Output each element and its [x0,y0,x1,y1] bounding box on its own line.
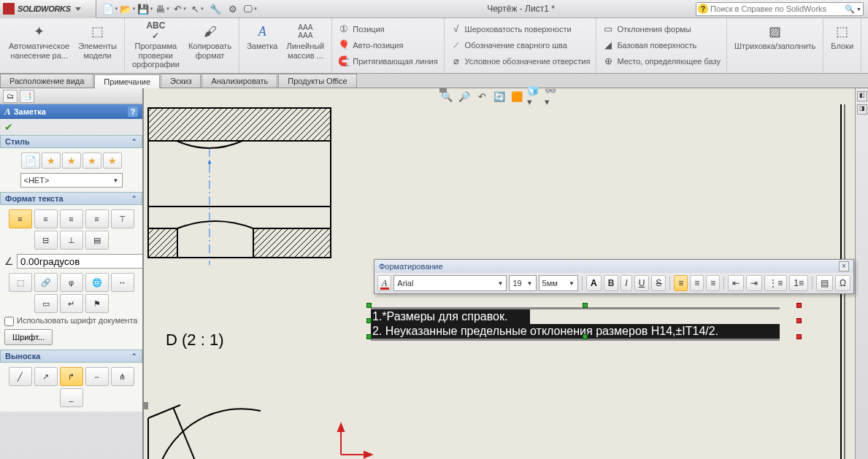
text-flag-button[interactable]: ⚑ [85,294,109,313]
font-button[interactable]: Шрифт... [4,329,53,345]
font-color-button[interactable]: A [377,275,391,291]
linear-pattern-button[interactable]: AAAAAAЛинейный массив ... [282,21,329,61]
text-fit-button[interactable]: ↔ [111,273,134,292]
text-wrap-button[interactable]: ↵ [60,294,83,313]
style-combo[interactable]: <НЕТ>▼ [20,173,123,188]
help-search[interactable]: ? 🔍 ▼ [696,2,864,16]
weld-symbol-button[interactable]: ⟋Обозначение сварного шва [448,37,594,53]
resize-handle[interactable] [583,303,588,308]
resize-handle[interactable] [366,334,372,339]
formatting-toolbar[interactable]: Форматирование× A Arial▼ 19▼ 5мм▼ A B I … [374,259,854,294]
spellcheck-button[interactable]: ABC✓Программа проверки орфографии [128,21,184,71]
datum-target-button[interactable]: ⊕Место, определяющее базу [599,53,723,69]
blocks-button[interactable]: ⬚Блоки [826,21,858,53]
align-right-button[interactable]: ≡ [60,209,83,228]
new-button[interactable]: 📄▼ [102,1,118,16]
print-button[interactable]: 🖶▼ [155,1,171,16]
style-apply-button[interactable]: 📄 [21,153,40,169]
resize-handle[interactable] [796,318,802,323]
indent-inc-button[interactable]: ⇥ [746,275,762,291]
underline-button[interactable]: U [634,275,650,291]
options-button[interactable]: ⚙ [225,1,241,16]
tab-sketch[interactable]: Эскиз [161,74,201,88]
auto-balloon-button[interactable]: 🎈Авто-позиция [335,37,440,53]
tab-office[interactable]: Продукты Office [278,74,356,88]
leader-bent-button[interactable]: ↱ [60,367,83,386]
insert-symbol-button[interactable]: ⬚ [9,273,32,292]
textformat-section-header[interactable]: Формат текста⌃ [0,192,142,205]
angle-input[interactable] [17,254,144,269]
justify-right-button[interactable]: ≡ [706,275,720,291]
align-center-button[interactable]: ≡ [34,209,58,228]
style-delete-button[interactable]: ★ [82,153,101,169]
leader-section-header[interactable]: Выноска⌃ [0,350,142,363]
tab-layout[interactable]: Расположение вида [0,74,93,88]
italic-button[interactable]: I [621,275,631,291]
rebuild-button[interactable]: 🔧 [207,1,223,16]
stack-button[interactable]: ▤ [816,275,833,291]
strike-button[interactable]: S [651,275,666,291]
magnetic-line-button[interactable]: 🧲Притягивающая линия [335,53,440,69]
model-items-button[interactable]: ⬚Элементы модели [74,21,121,61]
search-icon[interactable]: 🔍 [845,4,855,14]
note-line-1[interactable]: 1.*Размеры для справок. [371,309,530,324]
taskpane-tab-2[interactable]: ◨ [857,104,867,115]
search-input[interactable] [710,4,843,13]
leader-multi-button[interactable]: ⋔ [111,367,134,386]
display-style-button[interactable]: 🧊▾ [527,90,542,103]
surface-finish-button[interactable]: √Шероховатость поверхности [448,21,594,37]
resize-handle[interactable] [796,303,802,308]
resize-handle[interactable] [366,303,372,308]
resize-handle[interactable] [796,334,802,339]
resize-handle[interactable] [583,334,588,339]
leader-none-button[interactable]: ╱ [9,367,32,386]
align-mid-button[interactable]: ⊟ [34,231,58,250]
leader-straight-button[interactable]: ↗ [34,367,58,386]
hole-callout-button[interactable]: ⌀Условное обозначение отверстия [448,53,594,69]
view-orient-button[interactable]: 🟧 [510,90,524,103]
align-top-button[interactable]: ⊤ [111,209,134,228]
insert-hyperlink-button[interactable]: 🌐 [85,273,109,292]
geometric-tolerance-button[interactable]: ▭Отклонения формы [599,21,723,37]
text-color-button[interactable]: A [586,275,602,291]
leader-arc-button[interactable]: ⌢ [85,367,109,386]
insert-var-button[interactable]: φ [60,273,83,292]
style-section-header[interactable]: Стиль⌃ [0,135,142,148]
style-save-button[interactable]: ★ [103,153,122,169]
auto-dimension-button[interactable]: ✦Автоматическое нанесение ра... [4,21,74,61]
ok-button[interactable]: ✔ [4,121,13,133]
text-box-button[interactable]: ▭ [34,294,58,313]
resize-handle[interactable] [366,318,372,323]
zoom-area-button[interactable]: 🔎 [457,90,472,103]
note-button[interactable]: AЗаметка [242,21,282,53]
hide-show-button[interactable]: 👓▾ [545,90,559,103]
thickness-combo[interactable]: 5мм▼ [539,275,579,291]
indent-dec-button[interactable]: ⇤ [728,275,744,291]
screen-button[interactable]: 🖵▼ [242,1,258,16]
bold-button[interactable]: B [604,275,619,291]
justify-left-button[interactable]: ≡ [674,275,688,291]
style-add-button[interactable]: ★ [42,153,61,169]
use-doc-font-checkbox[interactable] [4,317,14,326]
pm-tab-feature[interactable]: 🗂 [3,90,18,103]
taskpane-tab-1[interactable]: ◧ [857,91,867,101]
undo-button[interactable]: ↶▼ [172,1,188,16]
datum-feature-button[interactable]: ◢Базовая поверхность [599,37,723,53]
save-button[interactable]: 💾▼ [137,1,153,16]
close-icon[interactable]: × [839,261,849,271]
bullet-list-button[interactable]: ⋮≡ [764,275,787,291]
number-list-button[interactable]: 1≡ [789,275,808,291]
chevron-down-icon[interactable]: ▼ [856,7,861,12]
align-full-button[interactable]: ▤ [85,231,109,250]
select-button[interactable]: ↖▼ [190,1,206,16]
formatting-title[interactable]: Форматирование× [375,260,853,273]
font-size-combo[interactable]: 19▼ [509,275,536,291]
font-combo[interactable]: Arial▼ [393,275,507,291]
tab-annotation[interactable]: Примечание [94,74,160,88]
tab-evaluate[interactable]: Анализировать [201,74,277,88]
format-painter-button[interactable]: 🖌Копировать формат [184,21,236,61]
align-justify-button[interactable]: ≡ [85,209,109,228]
justify-center-button[interactable]: ≡ [690,275,704,291]
section-view-button[interactable]: 🔄 [492,90,507,103]
app-menu[interactable]: SOLIDWORKS [0,0,96,18]
